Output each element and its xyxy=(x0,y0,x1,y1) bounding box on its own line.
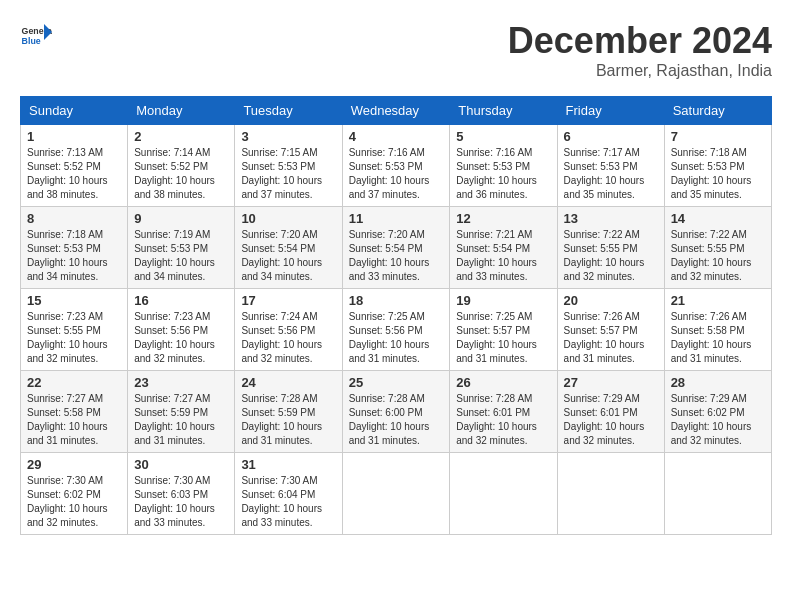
day-info-23: Sunrise: 7:27 AM Sunset: 5:59 PM Dayligh… xyxy=(134,392,228,448)
day-cell-28: 28Sunrise: 7:29 AM Sunset: 6:02 PM Dayli… xyxy=(664,371,771,453)
day-cell-14: 14Sunrise: 7:22 AM Sunset: 5:55 PM Dayli… xyxy=(664,207,771,289)
day-number-9: 9 xyxy=(134,211,228,226)
day-cell-24: 24Sunrise: 7:28 AM Sunset: 5:59 PM Dayli… xyxy=(235,371,342,453)
day-info-31: Sunrise: 7:30 AM Sunset: 6:04 PM Dayligh… xyxy=(241,474,335,530)
empty-cell xyxy=(664,453,771,535)
day-number-6: 6 xyxy=(564,129,658,144)
week-row-5: 29Sunrise: 7:30 AM Sunset: 6:02 PM Dayli… xyxy=(21,453,772,535)
day-number-23: 23 xyxy=(134,375,228,390)
day-info-30: Sunrise: 7:30 AM Sunset: 6:03 PM Dayligh… xyxy=(134,474,228,530)
day-number-4: 4 xyxy=(349,129,444,144)
day-number-3: 3 xyxy=(241,129,335,144)
day-number-17: 17 xyxy=(241,293,335,308)
day-cell-21: 21Sunrise: 7:26 AM Sunset: 5:58 PM Dayli… xyxy=(664,289,771,371)
day-info-25: Sunrise: 7:28 AM Sunset: 6:00 PM Dayligh… xyxy=(349,392,444,448)
day-info-26: Sunrise: 7:28 AM Sunset: 6:01 PM Dayligh… xyxy=(456,392,550,448)
day-cell-30: 30Sunrise: 7:30 AM Sunset: 6:03 PM Dayli… xyxy=(128,453,235,535)
calendar-table: SundayMondayTuesdayWednesdayThursdayFrid… xyxy=(20,96,772,535)
day-info-14: Sunrise: 7:22 AM Sunset: 5:55 PM Dayligh… xyxy=(671,228,765,284)
day-number-27: 27 xyxy=(564,375,658,390)
day-info-5: Sunrise: 7:16 AM Sunset: 5:53 PM Dayligh… xyxy=(456,146,550,202)
header-tuesday: Tuesday xyxy=(235,97,342,125)
day-cell-1: 1Sunrise: 7:13 AM Sunset: 5:52 PM Daylig… xyxy=(21,125,128,207)
location: Barmer, Rajasthan, India xyxy=(508,62,772,80)
day-cell-13: 13Sunrise: 7:22 AM Sunset: 5:55 PM Dayli… xyxy=(557,207,664,289)
day-cell-8: 8Sunrise: 7:18 AM Sunset: 5:53 PM Daylig… xyxy=(21,207,128,289)
day-number-15: 15 xyxy=(27,293,121,308)
header-sunday: Sunday xyxy=(21,97,128,125)
day-cell-18: 18Sunrise: 7:25 AM Sunset: 5:56 PM Dayli… xyxy=(342,289,450,371)
day-info-24: Sunrise: 7:28 AM Sunset: 5:59 PM Dayligh… xyxy=(241,392,335,448)
day-info-19: Sunrise: 7:25 AM Sunset: 5:57 PM Dayligh… xyxy=(456,310,550,366)
header-wednesday: Wednesday xyxy=(342,97,450,125)
logo-icon: General Blue xyxy=(20,20,52,52)
day-cell-22: 22Sunrise: 7:27 AM Sunset: 5:58 PM Dayli… xyxy=(21,371,128,453)
day-info-28: Sunrise: 7:29 AM Sunset: 6:02 PM Dayligh… xyxy=(671,392,765,448)
day-cell-6: 6Sunrise: 7:17 AM Sunset: 5:53 PM Daylig… xyxy=(557,125,664,207)
header-thursday: Thursday xyxy=(450,97,557,125)
week-row-1: 1Sunrise: 7:13 AM Sunset: 5:52 PM Daylig… xyxy=(21,125,772,207)
title-area: December 2024 Barmer, Rajasthan, India xyxy=(508,20,772,80)
day-number-28: 28 xyxy=(671,375,765,390)
weekday-header-row: SundayMondayTuesdayWednesdayThursdayFrid… xyxy=(21,97,772,125)
day-cell-29: 29Sunrise: 7:30 AM Sunset: 6:02 PM Dayli… xyxy=(21,453,128,535)
day-cell-26: 26Sunrise: 7:28 AM Sunset: 6:01 PM Dayli… xyxy=(450,371,557,453)
day-cell-12: 12Sunrise: 7:21 AM Sunset: 5:54 PM Dayli… xyxy=(450,207,557,289)
day-number-22: 22 xyxy=(27,375,121,390)
day-number-24: 24 xyxy=(241,375,335,390)
day-number-29: 29 xyxy=(27,457,121,472)
day-number-30: 30 xyxy=(134,457,228,472)
day-info-18: Sunrise: 7:25 AM Sunset: 5:56 PM Dayligh… xyxy=(349,310,444,366)
day-info-16: Sunrise: 7:23 AM Sunset: 5:56 PM Dayligh… xyxy=(134,310,228,366)
day-info-3: Sunrise: 7:15 AM Sunset: 5:53 PM Dayligh… xyxy=(241,146,335,202)
day-info-27: Sunrise: 7:29 AM Sunset: 6:01 PM Dayligh… xyxy=(564,392,658,448)
day-info-15: Sunrise: 7:23 AM Sunset: 5:55 PM Dayligh… xyxy=(27,310,121,366)
day-cell-19: 19Sunrise: 7:25 AM Sunset: 5:57 PM Dayli… xyxy=(450,289,557,371)
day-cell-23: 23Sunrise: 7:27 AM Sunset: 5:59 PM Dayli… xyxy=(128,371,235,453)
day-info-12: Sunrise: 7:21 AM Sunset: 5:54 PM Dayligh… xyxy=(456,228,550,284)
day-cell-10: 10Sunrise: 7:20 AM Sunset: 5:54 PM Dayli… xyxy=(235,207,342,289)
day-cell-5: 5Sunrise: 7:16 AM Sunset: 5:53 PM Daylig… xyxy=(450,125,557,207)
day-cell-31: 31Sunrise: 7:30 AM Sunset: 6:04 PM Dayli… xyxy=(235,453,342,535)
day-number-8: 8 xyxy=(27,211,121,226)
day-number-20: 20 xyxy=(564,293,658,308)
week-row-3: 15Sunrise: 7:23 AM Sunset: 5:55 PM Dayli… xyxy=(21,289,772,371)
day-number-26: 26 xyxy=(456,375,550,390)
day-info-8: Sunrise: 7:18 AM Sunset: 5:53 PM Dayligh… xyxy=(27,228,121,284)
day-cell-4: 4Sunrise: 7:16 AM Sunset: 5:53 PM Daylig… xyxy=(342,125,450,207)
day-number-12: 12 xyxy=(456,211,550,226)
week-row-2: 8Sunrise: 7:18 AM Sunset: 5:53 PM Daylig… xyxy=(21,207,772,289)
day-cell-27: 27Sunrise: 7:29 AM Sunset: 6:01 PM Dayli… xyxy=(557,371,664,453)
day-info-17: Sunrise: 7:24 AM Sunset: 5:56 PM Dayligh… xyxy=(241,310,335,366)
day-number-25: 25 xyxy=(349,375,444,390)
day-number-13: 13 xyxy=(564,211,658,226)
day-info-2: Sunrise: 7:14 AM Sunset: 5:52 PM Dayligh… xyxy=(134,146,228,202)
day-cell-16: 16Sunrise: 7:23 AM Sunset: 5:56 PM Dayli… xyxy=(128,289,235,371)
header-friday: Friday xyxy=(557,97,664,125)
day-number-14: 14 xyxy=(671,211,765,226)
day-cell-7: 7Sunrise: 7:18 AM Sunset: 5:53 PM Daylig… xyxy=(664,125,771,207)
day-cell-11: 11Sunrise: 7:20 AM Sunset: 5:54 PM Dayli… xyxy=(342,207,450,289)
day-info-9: Sunrise: 7:19 AM Sunset: 5:53 PM Dayligh… xyxy=(134,228,228,284)
empty-cell xyxy=(342,453,450,535)
day-cell-25: 25Sunrise: 7:28 AM Sunset: 6:00 PM Dayli… xyxy=(342,371,450,453)
week-row-4: 22Sunrise: 7:27 AM Sunset: 5:58 PM Dayli… xyxy=(21,371,772,453)
day-cell-15: 15Sunrise: 7:23 AM Sunset: 5:55 PM Dayli… xyxy=(21,289,128,371)
day-info-22: Sunrise: 7:27 AM Sunset: 5:58 PM Dayligh… xyxy=(27,392,121,448)
svg-text:Blue: Blue xyxy=(22,36,41,46)
day-cell-9: 9Sunrise: 7:19 AM Sunset: 5:53 PM Daylig… xyxy=(128,207,235,289)
day-info-4: Sunrise: 7:16 AM Sunset: 5:53 PM Dayligh… xyxy=(349,146,444,202)
day-info-10: Sunrise: 7:20 AM Sunset: 5:54 PM Dayligh… xyxy=(241,228,335,284)
day-info-13: Sunrise: 7:22 AM Sunset: 5:55 PM Dayligh… xyxy=(564,228,658,284)
day-info-20: Sunrise: 7:26 AM Sunset: 5:57 PM Dayligh… xyxy=(564,310,658,366)
day-cell-3: 3Sunrise: 7:15 AM Sunset: 5:53 PM Daylig… xyxy=(235,125,342,207)
day-number-2: 2 xyxy=(134,129,228,144)
logo: General Blue xyxy=(20,20,52,52)
day-info-1: Sunrise: 7:13 AM Sunset: 5:52 PM Dayligh… xyxy=(27,146,121,202)
day-number-11: 11 xyxy=(349,211,444,226)
day-number-21: 21 xyxy=(671,293,765,308)
day-number-1: 1 xyxy=(27,129,121,144)
day-cell-2: 2Sunrise: 7:14 AM Sunset: 5:52 PM Daylig… xyxy=(128,125,235,207)
day-info-6: Sunrise: 7:17 AM Sunset: 5:53 PM Dayligh… xyxy=(564,146,658,202)
day-number-16: 16 xyxy=(134,293,228,308)
